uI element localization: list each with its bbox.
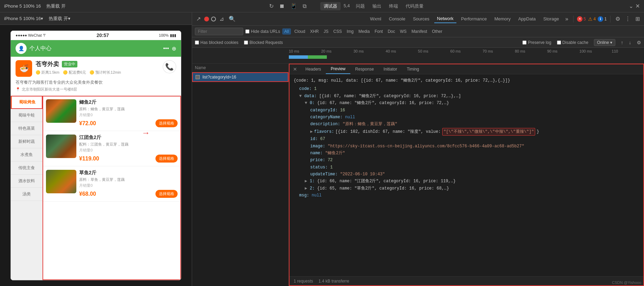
online-select[interactable]: Online ▾ — [594, 39, 615, 46]
upload-icon[interactable]: ↑ — [621, 40, 623, 45]
sidebar-item-4[interactable]: 水煮鱼 — [11, 148, 42, 162]
stop-icon[interactable]: ⏹ — [277, 3, 287, 9]
request-row-0[interactable]: list?categoryId=16 — [192, 72, 288, 82]
filter-manifest[interactable]: Manifest — [410, 28, 428, 35]
sidebar-item-7[interactable]: 汤类 — [11, 188, 42, 201]
filter-ws[interactable]: WS — [399, 28, 408, 35]
record-button[interactable] — [204, 17, 209, 21]
detail-tab-initiator[interactable]: Initiator — [379, 65, 402, 74]
hotreload-label[interactable]: 热重载 开 — [46, 3, 66, 9]
timeline-green — [308, 55, 327, 59]
filter-cloud[interactable]: Cloud — [293, 28, 306, 35]
blocked-requests-checkbox[interactable] — [244, 40, 248, 45]
menu-items-list: 鲫鱼2斤 原料：鲫鱼，黄豆芽，莲藕 月销量0 ¥72.00 选择规格 — [42, 96, 181, 280]
filter-doc[interactable]: Doc — [386, 28, 396, 35]
sidebar-item-2[interactable]: 特色蒸菜 — [11, 122, 42, 135]
detail-close-btn[interactable]: ✕ — [290, 64, 301, 74]
tab-terminal[interactable]: 终端 — [386, 2, 401, 10]
hotreload-toggle[interactable]: 热重载 开▾ — [49, 16, 70, 22]
detail-tab-response[interactable]: Response — [350, 65, 379, 74]
flavors-collapse-icon[interactable]: ▶ — [310, 128, 313, 135]
filter-img[interactable]: Img — [345, 28, 355, 35]
tab-performance[interactable]: Performance — [458, 15, 490, 23]
filter-xhr[interactable]: XHR — [309, 28, 320, 35]
filter-media[interactable]: Media — [357, 28, 371, 35]
phone-frame: ●●●●● WeChat 〒 20:57 100% ▮▮▮ 👤 个人中心 ••• — [10, 30, 181, 280]
phone-time: 20:57 — [96, 33, 109, 38]
filter-css[interactable]: CSS — [332, 28, 343, 35]
tab-wxml[interactable]: Wxml — [367, 15, 384, 23]
item0-collapse-icon[interactable]: ▼ — [305, 101, 307, 105]
tab-memory[interactable]: Memory — [492, 15, 513, 23]
disable-cache-label[interactable]: Disable cache — [557, 40, 588, 45]
settings-gear-icon[interactable]: ⚙ — [637, 40, 641, 45]
tab-sources[interactable]: Sources — [410, 15, 432, 23]
open-badge: 营业中 — [62, 61, 77, 67]
top-system-bar: iPhone 5 100% 16 热重载 开 ↻ ⏹ 📱 ⧉ 调试器 5,4 问… — [0, 0, 644, 12]
search-icon[interactable]: 🔍 — [227, 14, 237, 24]
tab-debugger[interactable]: 调试器 — [320, 2, 341, 10]
filter-icon[interactable]: ⊿ — [218, 14, 225, 24]
sidebar-item-6[interactable]: 酒水饮料 — [11, 175, 42, 188]
stop-button[interactable] — [211, 17, 216, 21]
close-icon[interactable]: ✕ — [635, 3, 640, 9]
hide-data-urls-label[interactable]: Hide data URLs — [245, 29, 280, 34]
sidebar-item-5[interactable]: 传统主食 — [11, 162, 42, 175]
disable-cache-checkbox[interactable] — [557, 40, 561, 45]
preserve-log-checkbox[interactable] — [522, 40, 527, 45]
tab-issues[interactable]: 问题 — [352, 2, 368, 10]
detail-tab-preview[interactable]: Preview — [326, 64, 350, 74]
detail-tab-timing[interactable]: Timing — [402, 65, 424, 74]
phone-icon[interactable]: 📱 — [288, 3, 299, 9]
errors-badge[interactable]: ✕ 5 — [577, 16, 586, 22]
refresh-icon[interactable]: ↻ — [267, 3, 276, 9]
preserve-log-label[interactable]: Preserve log — [522, 40, 551, 45]
data-collapse-icon[interactable]: ▼ — [299, 94, 302, 99]
tab-network[interactable]: Network — [434, 15, 456, 23]
tab-codequality[interactable]: 代码质量 — [402, 2, 427, 10]
menu-item-0[interactable]: 鲫鱼2斤 原料：鲫鱼，黄豆芽，莲藕 月销量0 ¥72.00 选择规格 — [42, 96, 181, 131]
collapse-icon[interactable]: ⌄ — [629, 3, 633, 9]
menu-item-desc-1: 配料：江团鱼，黄豆芽，莲藕 — [79, 142, 178, 147]
nav-search-icon[interactable]: ⊕ — [172, 45, 176, 52]
phone-call-icon[interactable]: 📞 — [163, 60, 176, 73]
hide-data-urls-checkbox[interactable] — [245, 29, 249, 34]
settings-icon[interactable]: ⚙ — [614, 14, 622, 24]
pointer-icon[interactable]: ↗ — [195, 14, 202, 24]
blocked-cookies-checkbox[interactable] — [195, 40, 199, 45]
filter-font[interactable]: Font — [373, 28, 384, 35]
add-btn-1[interactable]: 选择规格 — [155, 155, 178, 163]
filter-input[interactable] — [195, 28, 243, 35]
filter-all[interactable]: All — [282, 28, 291, 35]
blocked-cookies-label[interactable]: Has blocked cookies — [195, 40, 238, 45]
expand-icon[interactable]: ⧉ — [301, 3, 309, 9]
filter-other[interactable]: Other — [430, 28, 444, 35]
more-tabs-icon[interactable]: » — [564, 15, 570, 24]
info-badge[interactable]: ℹ 1 — [598, 16, 607, 22]
tab-storage[interactable]: Storage — [540, 15, 562, 23]
download-icon[interactable]: ↓ — [629, 40, 631, 45]
tab-console[interactable]: Console — [386, 15, 408, 23]
item2-collapse-icon[interactable]: ▶ — [305, 186, 307, 191]
device-label[interactable]: iPhone 5 100% 16 — [4, 3, 41, 9]
filter-js[interactable]: JS — [322, 28, 330, 35]
blocked-requests-label[interactable]: Blocked Requests — [244, 40, 283, 45]
add-btn-2[interactable]: 选择规格 — [155, 190, 178, 198]
menu-item-1[interactable]: 江团鱼2斤 配料：江团鱼，黄豆芽，莲藕 月销量0 ¥119.00 选择规格 — [42, 131, 181, 166]
json-status-line: status: 1 — [294, 164, 639, 171]
phone-status-bar: ●●●●● WeChat 〒 20:57 100% ▮▮▮ — [11, 31, 181, 40]
add-btn-0[interactable]: 选择规格 — [155, 119, 178, 127]
detail-tab-headers[interactable]: Headers — [301, 65, 326, 74]
menu-sidebar[interactable]: 蜀味烤鱼 蜀味牛蛙 特色蒸菜 新鲜时蔬 水煮鱼 传统主食 酒水饮料 汤类 — [11, 96, 42, 280]
warnings-badge[interactable]: ⚠ 4 — [588, 16, 596, 22]
sidebar-item-0[interactable]: 蜀味烤鱼 — [11, 96, 42, 109]
sidebar-item-3[interactable]: 新鲜时蔬 — [11, 135, 42, 148]
menu-item-2[interactable]: 草鱼2斤 原料：草鱼，黄豆芽，莲藕 月销量0 ¥68.00 选择规格 — [42, 166, 181, 202]
dock-icon[interactable]: ⊞ — [634, 14, 641, 24]
tab-output[interactable]: 输出 — [369, 2, 385, 10]
tab-appdata[interactable]: AppData — [515, 15, 539, 23]
sidebar-item-1[interactable]: 蜀味牛蛙 — [11, 109, 42, 122]
nav-more-icon[interactable]: ••• — [163, 45, 169, 52]
item1-collapse-icon[interactable]: ▶ — [305, 179, 307, 184]
kebab-icon[interactable]: ⋮ — [624, 14, 632, 24]
